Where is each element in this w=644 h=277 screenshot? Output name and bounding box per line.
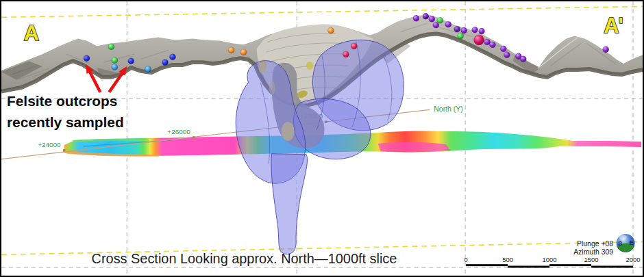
drill-collar [228,47,234,53]
drill-collar [454,26,460,32]
annotation-felsite-line2: recently sampled [7,114,124,130]
drill-collar [433,22,439,28]
drill-collar [327,27,334,34]
drill-collar [240,49,247,55]
drill-collar [479,28,485,34]
drill-collar [461,27,467,34]
drill-collar [603,47,609,53]
scale-bar-label: 500 [502,256,513,263]
slice-magenta-fringe [378,142,451,152]
axis-tick-label: +26000 [167,128,190,135]
drill-collar [484,39,490,45]
drill-collar [500,46,506,52]
drill-collar [458,33,464,39]
scale-bar-label: 2000 [626,256,641,263]
scale-bar-label: 1000 [543,256,557,263]
drill-collar [343,51,349,57]
section-label-a: A [24,22,39,46]
scale-bar-segment [508,266,549,268]
drill-collar [445,21,451,27]
axis-tick [63,149,66,152]
orientation-globe[interactable]: S E [617,234,635,252]
cross-section-figure: +24000+26000+28000North (Y) [0,0,644,277]
drill-collar [472,27,478,33]
drill-collar [504,52,510,58]
scale-bar: 0500100015002000 [464,256,640,267]
drill-collar [84,55,90,62]
drill-collar [145,66,151,72]
drill-collar [520,56,526,62]
plunge-label: Plunge +08 [577,240,613,248]
scale-bar-segment [591,266,633,268]
figure-caption: Cross Section Looking approx. North—1000… [92,251,397,266]
scale-bar-label: 0 [464,256,467,263]
azimuth-label: Azimuth 309 [573,248,613,256]
section-label-a-prime: A' [604,14,623,38]
drill-collar [474,35,484,45]
drill-collar [112,64,118,70]
globe-letter-south: S [618,239,622,247]
globe-letter-east: E [629,239,633,246]
drill-collar [108,44,114,50]
scene-viewport: +24000+26000+28000North (Y) [1,1,643,276]
drill-collar [423,13,429,19]
north-axis-label: North (Y) [434,105,462,113]
drill-collar [162,60,168,66]
scale-bar-segment [466,264,508,266]
section-plane-line [1,6,643,17]
drill-collar [112,57,118,64]
drill-collar [489,42,495,48]
drill-collar [128,58,134,64]
scale-bar-label: 1500 [584,256,599,263]
axis-tick-label: +24000 [38,141,61,148]
scale-bar-segment [549,264,591,266]
drill-collar [169,54,175,60]
drill-collar [413,15,419,21]
felsite-stem [271,154,308,254]
drill-collar [351,43,357,49]
drill-collar [429,16,435,22]
axis-tick [193,136,195,139]
view-info: Plunge +08 Azimuth 309 [573,240,613,256]
annotation-felsite-line1: Felsite outcrops [7,94,117,109]
